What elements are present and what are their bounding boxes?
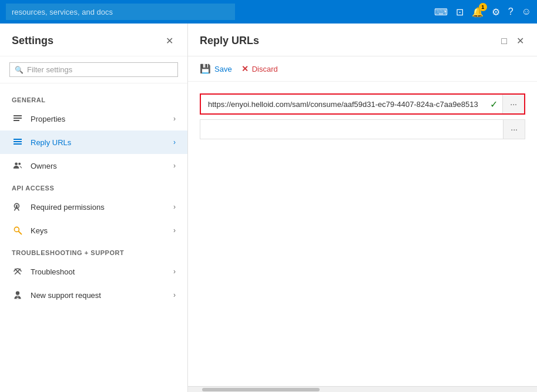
bottom-scrollbar — [188, 386, 537, 392]
settings-header: Settings ✕ — [0, 24, 187, 56]
settings-nav: GENERAL Properties › — [0, 83, 187, 392]
reply-urls-panel: Reply URLs □ ✕ 💾 Save ✕ Discard ✓ ··· — [188, 24, 537, 392]
save-icon: 💾 — [200, 63, 211, 74]
reply-urls-chevron: › — [173, 138, 176, 146]
sidebar-item-keys[interactable]: Keys › — [0, 219, 187, 242]
reply-urls-header: Reply URLs □ ✕ — [188, 24, 537, 56]
top-bar: ⌨ ⊡ 🔔 1 ⚙ ? ☺ — [0, 0, 537, 24]
url-row-2: ··· — [200, 119, 525, 139]
save-label: Save — [214, 65, 232, 73]
required-permissions-chevron: › — [173, 203, 176, 211]
scrollbar-thumb[interactable] — [202, 388, 320, 391]
properties-label: Properties — [31, 115, 166, 123]
keys-label: Keys — [31, 226, 166, 235]
new-support-request-label: New support request — [31, 291, 166, 300]
settings-icon[interactable]: ⚙ — [492, 6, 500, 18]
svg-rect-5 — [14, 143, 22, 145]
reply-urls-label: Reply URLs — [31, 138, 166, 147]
discard-icon: ✕ — [241, 64, 249, 73]
owners-chevron: › — [173, 162, 176, 170]
sidebar-item-reply-urls[interactable]: Reply URLs › — [0, 130, 187, 154]
properties-chevron: › — [173, 115, 176, 123]
sidebar-item-required-permissions[interactable]: Required permissions › — [0, 195, 187, 219]
svg-rect-17 — [16, 297, 19, 298]
sidebar-item-troubleshoot[interactable]: Troubleshoot › — [0, 260, 187, 283]
svg-rect-1 — [14, 118, 22, 119]
url-row-1: ✓ ··· — [200, 93, 525, 115]
svg-rect-2 — [14, 120, 19, 121]
user-icon[interactable]: ☺ — [522, 6, 531, 17]
discard-label: Discard — [252, 65, 278, 73]
keys-chevron: › — [173, 226, 176, 234]
maximize-button[interactable]: □ — [500, 35, 508, 48]
main-layout: Settings ✕ 🔍 GENERAL Properties › — [0, 24, 537, 392]
settings-close-button[interactable]: ✕ — [163, 34, 176, 48]
sidebar-item-owners[interactable]: Owners › — [0, 154, 187, 177]
owners-label: Owners — [31, 162, 166, 170]
sidebar-item-new-support-request[interactable]: New support request › — [0, 283, 187, 307]
troubleshoot-label: Troubleshoot — [31, 267, 166, 276]
required-permissions-icon — [12, 201, 24, 213]
search-icon: 🔍 — [15, 66, 24, 74]
url-more-button-1[interactable]: ··· — [502, 95, 524, 113]
new-support-request-chevron: › — [173, 291, 176, 299]
cloud-shell-icon[interactable]: ⌨ — [434, 6, 448, 18]
sidebar-item-properties[interactable]: Properties › — [0, 107, 187, 130]
settings-panel: Settings ✕ 🔍 GENERAL Properties › — [0, 24, 188, 392]
filter-box: 🔍 — [0, 56, 187, 83]
section-label-general: GENERAL — [0, 89, 187, 107]
troubleshoot-icon — [12, 266, 24, 277]
global-search-input[interactable] — [6, 4, 235, 20]
svg-point-11 — [16, 205, 18, 207]
svg-rect-4 — [14, 141, 22, 142]
portal-menu-icon[interactable]: ⊡ — [456, 6, 464, 18]
keys-icon — [12, 225, 24, 236]
help-icon[interactable]: ? — [508, 6, 513, 17]
section-label-api-access: API ACCESS — [0, 177, 187, 195]
reply-urls-title: Reply URLs — [200, 35, 259, 47]
discard-button[interactable]: ✕ Discard — [241, 63, 278, 75]
top-bar-icons: ⌨ ⊡ 🔔 1 ⚙ ? ☺ — [434, 6, 531, 18]
support-icon — [12, 289, 24, 301]
reply-panel-close-button[interactable]: ✕ — [515, 34, 525, 48]
url-input-2[interactable] — [200, 120, 503, 139]
svg-rect-3 — [14, 139, 22, 140]
filter-input-wrap: 🔍 — [9, 62, 178, 77]
properties-icon — [12, 113, 24, 125]
svg-point-15 — [16, 292, 19, 295]
url-check-icon: ✓ — [485, 99, 502, 110]
reply-header-icons: □ ✕ — [500, 34, 525, 48]
section-label-troubleshooting: TROUBLESHOOTING + SUPPORT — [0, 242, 187, 260]
url-input-1[interactable] — [201, 95, 485, 113]
reply-toolbar: 💾 Save ✕ Discard — [188, 56, 537, 82]
svg-point-6 — [15, 162, 18, 165]
owners-icon — [12, 160, 24, 172]
reply-urls-icon — [12, 136, 24, 148]
required-permissions-label: Required permissions — [31, 203, 166, 212]
svg-point-7 — [18, 163, 21, 165]
reply-content: ✓ ··· ··· — [188, 82, 537, 386]
save-button[interactable]: 💾 Save — [200, 62, 232, 75]
notification-badge: 1 — [479, 3, 487, 11]
filter-settings-input[interactable] — [27, 65, 173, 74]
troubleshoot-chevron: › — [173, 267, 176, 276]
svg-rect-0 — [14, 115, 22, 116]
notifications-icon[interactable]: 🔔 1 — [472, 6, 484, 18]
settings-title: Settings — [12, 35, 53, 47]
url-more-button-2[interactable]: ··· — [503, 120, 525, 139]
